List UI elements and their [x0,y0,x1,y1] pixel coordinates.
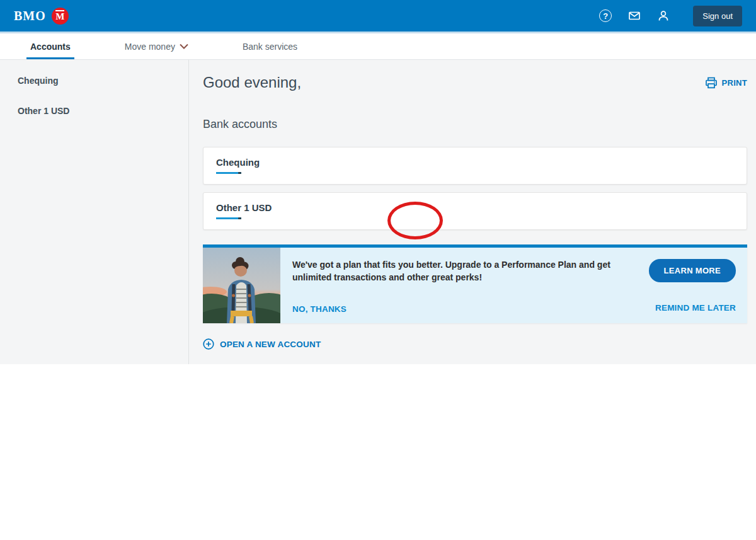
promo-body: We've got a plan that fits you better. U… [280,248,631,323]
tab-bank-services[interactable]: Bank services [239,33,301,59]
bmo-roundel-letter: M [55,10,64,21]
plus-circle-icon [203,338,214,350]
tab-accounts[interactable]: Accounts [26,33,74,59]
main-nav: Accounts Move money Bank services [0,33,756,60]
promo-actions: LEARN MORE REMIND ME LATER [631,248,747,323]
learn-more-button[interactable]: LEARN MORE [649,259,736,282]
help-icon[interactable]: ? [598,9,612,23]
printer-icon [705,77,718,89]
remind-me-later-button[interactable]: REMIND ME LATER [655,303,736,313]
tab-accounts-label: Accounts [30,42,71,52]
print-label: PRINT [722,78,748,88]
print-button[interactable]: PRINT [705,77,748,89]
sidebar-item-label: Other 1 USD [18,106,69,116]
account-active-indicator [216,217,241,219]
profile-icon[interactable] [656,9,670,23]
account-name: Other 1 USD [216,202,272,213]
greeting-row: Good evening, PRINT [203,74,747,91]
bmo-logo-text: BMO [14,9,46,23]
account-card-chequing[interactable]: Chequing [203,147,747,185]
bmo-roundel-icon: M [52,8,69,25]
tab-move-money-label: Move money [125,42,175,52]
account-card-other-1-usd[interactable]: Other 1 USD [203,192,747,230]
account-active-indicator [216,172,241,174]
sidebar-item-other-1-usd[interactable]: Other 1 USD [18,101,188,121]
page-greeting: Good evening, [203,74,301,91]
no-thanks-button[interactable]: NO, THANKS [292,304,631,314]
sidebar-item-chequing[interactable]: Chequing [18,71,188,91]
app-header: BMO M ? Sign out [0,0,756,33]
promo-message: We've got a plan that fits you better. U… [292,258,631,284]
tab-move-money[interactable]: Move money [121,33,192,59]
sidebar-item-label: Chequing [18,76,59,86]
account-name: Chequing [216,157,260,168]
accounts-sidebar: Chequing Other 1 USD [0,60,189,364]
mail-icon[interactable] [627,9,641,23]
open-new-account-button[interactable]: OPEN A NEW ACCOUNT [203,338,321,350]
chevron-down-icon [180,43,188,49]
bmo-logo[interactable]: BMO M [14,8,69,25]
tab-bank-services-label: Bank services [243,42,297,52]
main-panel: Good evening, PRINT Bank accounts Chequi… [189,60,756,364]
account-cards: Chequing Other 1 USD [203,147,747,230]
sign-out-button[interactable]: Sign out [693,6,742,26]
page: BMO M ? Sign out [0,0,756,540]
section-title-bank-accounts: Bank accounts [203,118,747,131]
content-area: Chequing Other 1 USD Good evening, PRINT [0,60,756,364]
promo-photo [203,248,280,323]
open-new-account-label: OPEN A NEW ACCOUNT [220,340,321,349]
header-actions: ? Sign out [598,6,742,26]
promo-banner: We've got a plan that fits you better. U… [203,244,747,323]
